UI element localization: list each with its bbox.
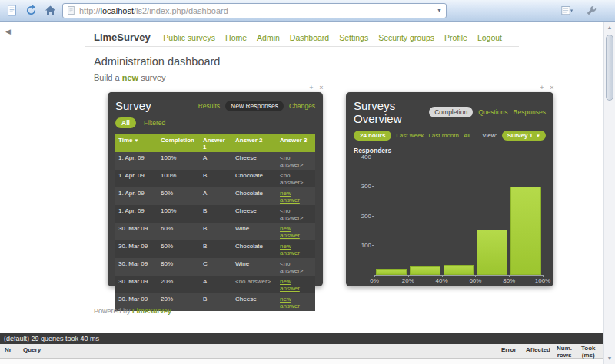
- filter-filtered-link[interactable]: Filtered: [144, 119, 165, 127]
- chevron-down-icon: ▼: [536, 134, 540, 138]
- chart-y-tick: [372, 245, 374, 246]
- new-answer-link[interactable]: new answer: [277, 223, 315, 240]
- debug-col-took: Took (ms): [581, 345, 596, 359]
- home-icon[interactable]: [43, 3, 58, 18]
- chart-bar-40-60%: [444, 265, 474, 275]
- survey-cell: 80%: [158, 258, 200, 276]
- scroll-up-icon[interactable]: ▲: [604, 22, 615, 33]
- chart-bar-20-40%: [410, 266, 440, 275]
- tab-new-responses[interactable]: New Responses: [225, 101, 284, 111]
- page-title: Administration dashboard: [94, 55, 220, 68]
- scrollbar-thumb[interactable]: [606, 35, 613, 101]
- nav-item-home[interactable]: Home: [225, 33, 247, 42]
- range-24-hours-button[interactable]: 24 hours: [354, 131, 391, 141]
- survey-cell: <no answer>: [277, 170, 315, 187]
- new-answer-link[interactable]: new answer: [277, 240, 315, 258]
- nav-item-admin[interactable]: Admin: [257, 33, 280, 42]
- col-answer-1[interactable]: Answer 1: [200, 134, 232, 152]
- chart-x-label: 20%: [402, 277, 414, 284]
- col-completion[interactable]: Completion: [158, 134, 200, 152]
- survey-table-row: 1. Apr. 09100%ACheese<no answer>: [115, 152, 315, 170]
- survey-cell: B: [200, 293, 232, 311]
- survey-cell: 60%: [158, 187, 200, 205]
- build-new-survey-link[interactable]: new: [122, 73, 138, 82]
- chart-x-label: 80%: [503, 277, 515, 284]
- survey-cell: Cheese: [232, 293, 277, 311]
- tab-completion[interactable]: Completion: [429, 107, 473, 117]
- col-answer-2[interactable]: Answer 2: [232, 134, 277, 152]
- nav-item-profile[interactable]: Profile: [444, 33, 467, 42]
- minimize-icon[interactable]: _: [529, 84, 535, 91]
- survey-cell: A: [200, 152, 232, 170]
- close-icon[interactable]: ×: [318, 84, 324, 91]
- chart-y-label: 100: [356, 242, 371, 249]
- survey-table-header: Time▼ Completion Answer 1 Answer 2 Answe…: [115, 134, 315, 152]
- top-nav: LimeSurvey Public surveysHomeAdminDashbo…: [94, 31, 502, 43]
- move-icon[interactable]: +: [308, 84, 314, 91]
- survey-table-row: 30. Mar 0960%BChocolatenew answer: [115, 240, 315, 258]
- powered-prefix: Powered by: [94, 307, 131, 315]
- survey-cell: Chocolate: [232, 240, 277, 258]
- chart-y-label: 200: [356, 213, 371, 220]
- tab-questions[interactable]: Questions: [478, 108, 507, 116]
- collapse-panel-arrow-icon[interactable]: ◀: [5, 28, 11, 35]
- limesurvey-logo[interactable]: LimeSurvey: [94, 31, 151, 43]
- new-answer-link[interactable]: new answer: [277, 187, 315, 205]
- debug-col-query: Query: [23, 346, 41, 353]
- close-icon[interactable]: ×: [549, 84, 555, 91]
- survey-cell: B: [200, 170, 232, 187]
- bookmark-dropdown-icon[interactable]: [560, 3, 574, 18]
- debug-summary-bar: (default) 29 queries took 40 ms: [0, 333, 603, 344]
- tab-results[interactable]: Results: [198, 102, 220, 110]
- nav-item-settings[interactable]: Settings: [339, 33, 368, 42]
- col-time[interactable]: Time▼: [115, 134, 158, 152]
- survey-cell: <no answer>: [277, 152, 315, 170]
- survey-select-dropdown[interactable]: Survey 1 ▼: [502, 131, 546, 141]
- nav-item-security-groups[interactable]: Security groups: [378, 33, 434, 42]
- minimize-icon[interactable]: _: [298, 84, 304, 91]
- survey-table-body: 1. Apr. 09100%ACheese<no answer>1. Apr. …: [115, 152, 315, 311]
- tab-changes[interactable]: Changes: [289, 102, 315, 110]
- range-last-week-link[interactable]: Last week: [396, 132, 424, 139]
- url-bar[interactable]: http://localhost/ls2/index.php/dashboard…: [62, 3, 447, 18]
- survey-cell: 1. Apr. 09: [115, 205, 158, 223]
- powered-limesurvey-link[interactable]: LimeSurvey: [132, 307, 171, 315]
- filter-all-button[interactable]: All: [115, 117, 136, 128]
- chart-bar-80-100%: [510, 187, 541, 275]
- survey-cell: Chocolate: [232, 170, 277, 187]
- survey-widget-header: Survey Results New Responses Changes: [115, 99, 315, 112]
- survey-cell: 1. Apr. 09: [115, 170, 158, 187]
- new-answer-link[interactable]: new answer: [277, 276, 315, 293]
- vertical-scrollbar[interactable]: ▲ ▼: [603, 22, 615, 364]
- survey-cell: 30. Mar 09: [115, 276, 158, 293]
- scroll-down-icon[interactable]: ▼: [604, 352, 615, 364]
- survey-widget-tabs: Results New Responses Changes: [198, 101, 315, 111]
- chart-x-label: 60%: [469, 277, 481, 284]
- page-icon[interactable]: [5, 3, 19, 18]
- url-path: /ls2/index.php/dashboard: [134, 6, 228, 15]
- survey-cell: 100%: [158, 205, 200, 223]
- survey-cell: Chocolate: [232, 187, 277, 205]
- refresh-icon[interactable]: [24, 3, 38, 18]
- tools-wrench-icon[interactable]: [583, 3, 598, 18]
- move-icon[interactable]: +: [539, 84, 545, 91]
- survey-widget-title: Survey: [115, 99, 151, 112]
- nav-item-dashboard[interactable]: Dashboard: [290, 33, 329, 42]
- survey-select-value: Survey 1: [507, 132, 533, 139]
- survey-cell: A: [200, 187, 232, 205]
- range-all-link[interactable]: All: [464, 132, 470, 139]
- chart-x-tick: [408, 275, 409, 277]
- nav-item-public-surveys[interactable]: Public surveys: [163, 33, 215, 42]
- build-survey-text: Build a new survey: [94, 73, 166, 82]
- new-answer-link[interactable]: new answer: [277, 293, 315, 311]
- survey-cell: <no answer>: [277, 258, 315, 276]
- range-last-month-link[interactable]: Last month: [428, 132, 459, 139]
- sort-desc-icon: ▼: [135, 138, 139, 143]
- nav-item-logout[interactable]: Logout: [477, 33, 502, 42]
- url-history-dropdown-icon[interactable]: ▼: [437, 8, 442, 13]
- tab-responses[interactable]: Responses: [513, 108, 546, 116]
- survey-cell: Wine: [232, 223, 277, 240]
- chart-x-tick: [442, 275, 443, 277]
- col-answer-3[interactable]: Answer 3: [277, 134, 315, 152]
- chart-x-tick: [475, 275, 476, 277]
